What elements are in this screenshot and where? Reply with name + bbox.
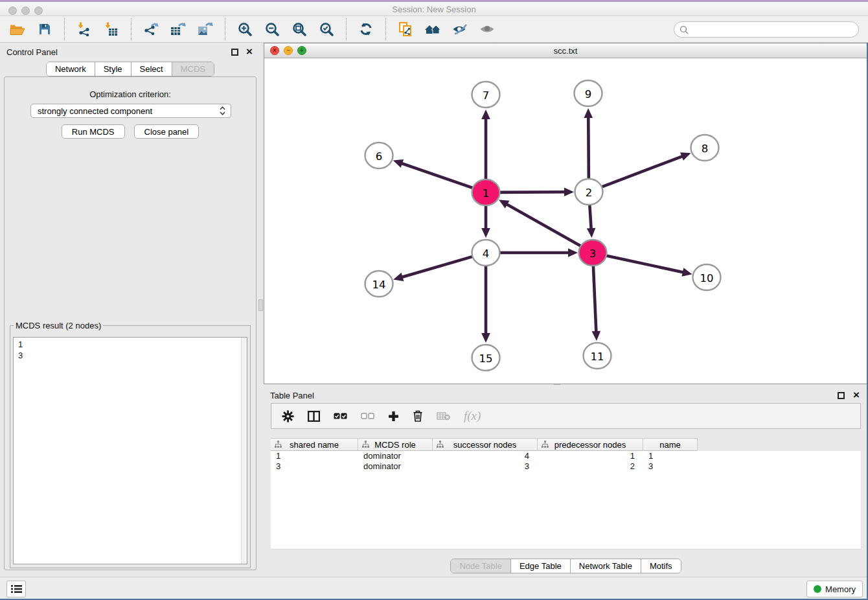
select-all-button[interactable]: [334, 406, 347, 426]
graph-edge-arrowhead: [481, 110, 490, 119]
column-header-predecessor-nodes[interactable]: predecessor nodes: [538, 439, 643, 450]
zoom-fit-icon: [292, 22, 306, 36]
attribute-tree-icon: [542, 441, 549, 448]
save-session-button[interactable]: [33, 17, 56, 41]
result-scrollbar[interactable]: [241, 338, 247, 564]
zoom-fit-button[interactable]: [288, 17, 311, 41]
import-network-button[interactable]: [73, 17, 96, 41]
delete-column-button[interactable]: [413, 406, 423, 426]
criterion-dropdown[interactable]: strongly connected component: [30, 104, 231, 118]
copy-network-icon: [398, 22, 413, 36]
graph-edge-4-14[interactable]: [402, 257, 473, 277]
column-header-MCDS-role[interactable]: MCDS role: [358, 439, 433, 450]
tab-network[interactable]: Network: [47, 62, 95, 76]
graph-node-label: 15: [479, 352, 493, 365]
copy-network-button[interactable]: [394, 17, 417, 41]
table-panel-title: Table Panel: [270, 391, 314, 400]
column-header-label: predecessor nodes: [554, 440, 626, 450]
toolbar-separator: [385, 18, 386, 40]
table-toolbar: f(x): [271, 403, 861, 429]
export-image-icon: [198, 22, 213, 36]
close-panel-icon[interactable]: ×: [853, 389, 860, 402]
mcds-result-line: 3: [18, 350, 247, 361]
graph-edge-3-10[interactable]: [606, 255, 684, 272]
mcds-result-area[interactable]: 13: [13, 337, 247, 564]
graph-edge-3-11[interactable]: [593, 266, 596, 332]
home-button[interactable]: [421, 17, 444, 41]
column-header-successor-nodes[interactable]: successor nodes: [433, 439, 538, 450]
show-graphics-details-button[interactable]: [475, 17, 499, 41]
status-bar: Memory: [0, 577, 868, 600]
column-header-name[interactable]: name: [643, 439, 698, 450]
graph-edge-3-1[interactable]: [506, 204, 580, 246]
graph-edge-arrowhead: [584, 108, 593, 118]
vertical-splitter-handle[interactable]: [258, 299, 263, 311]
close-panel-icon[interactable]: ×: [246, 45, 253, 58]
graph-node-label: 9: [585, 88, 592, 100]
table-panel: Table Panel ×: [264, 386, 868, 577]
refresh-icon: [359, 22, 373, 36]
function-builder-button[interactable]: f(x): [464, 406, 481, 426]
tab-style[interactable]: Style: [95, 62, 131, 76]
graph-node-label: 4: [483, 248, 490, 260]
memory-label: Memory: [825, 584, 856, 594]
zoom-out-button[interactable]: [260, 17, 284, 41]
show-column-button[interactable]: [308, 406, 320, 426]
graph-edge-arrowhead: [681, 268, 692, 276]
column-header-shared-name[interactable]: shared name: [271, 439, 358, 450]
refresh-button[interactable]: [354, 17, 378, 41]
graph-node-label: 2: [586, 187, 593, 199]
control-panel-title: Control Panel: [6, 47, 58, 57]
toolbar-separator: [225, 18, 225, 40]
float-panel-icon[interactable]: [231, 49, 238, 56]
table-settings-button[interactable]: [282, 406, 294, 426]
task-history-button[interactable]: [6, 581, 26, 597]
delete-table-icon: [437, 411, 450, 421]
create-column-button[interactable]: [388, 406, 399, 426]
memory-button[interactable]: Memory: [806, 581, 863, 597]
titlebar: Session: New Session: [0, 0, 868, 16]
open-session-button[interactable]: [6, 17, 29, 41]
graph-edge-arrowhead: [592, 331, 601, 341]
graph-edge-1-2[interactable]: [499, 192, 565, 192]
search-input[interactable]: [692, 23, 858, 36]
zoom-in-button[interactable]: [233, 17, 257, 41]
table-tab-network-table[interactable]: Network Table: [571, 559, 641, 573]
home-icon: [424, 23, 441, 36]
table-tab-motifs[interactable]: Motifs: [641, 559, 681, 573]
attribute-tree-icon: [275, 441, 282, 448]
table-tab-node-table[interactable]: Node Table: [451, 559, 511, 573]
unselect-all-button[interactable]: [361, 406, 374, 426]
zoom-out-icon: [265, 22, 279, 36]
graph-edge-2-8[interactable]: [602, 156, 683, 187]
export-table-button[interactable]: [166, 17, 190, 41]
import-table-button[interactable]: [100, 17, 123, 41]
graph-edge-2-3[interactable]: [589, 205, 591, 229]
close-panel-button[interactable]: Close panel: [134, 124, 200, 139]
attribute-tree-icon: [362, 441, 369, 448]
tab-mcds[interactable]: MCDS: [172, 62, 214, 76]
cell-shared-name: 3: [271, 461, 358, 472]
run-mcds-button[interactable]: Run MCDS: [62, 124, 125, 139]
export-network-button[interactable]: [139, 17, 163, 41]
cell-predecessor-nodes: 2: [538, 461, 643, 472]
zoom-selected-button[interactable]: [315, 17, 338, 41]
hide-graphics-details-button[interactable]: [448, 17, 472, 41]
tab-select[interactable]: Select: [131, 62, 172, 76]
eye-slash-icon: [452, 23, 468, 36]
export-image-button[interactable]: [194, 17, 217, 41]
float-panel-icon[interactable]: [838, 392, 845, 399]
delete-table-button[interactable]: [437, 406, 450, 426]
network-canvas[interactable]: 7968124314101511: [264, 58, 867, 384]
table-tab-edge-table[interactable]: Edge Table: [511, 559, 571, 573]
main-toolbar: [0, 16, 868, 43]
graph-edge-arrowhead: [680, 152, 691, 161]
table-row[interactable]: 3dominator323: [271, 461, 861, 472]
table-row[interactable]: 1dominator411: [271, 451, 861, 461]
control-panel-header: Control Panel ×: [0, 43, 260, 61]
network-window: × – + scc.txt 7968124314101511: [264, 43, 867, 384]
mcds-result-line: 1: [18, 339, 247, 350]
graph-edge-1-6[interactable]: [401, 163, 473, 188]
graph-edge-2-9[interactable]: [588, 117, 589, 178]
save-disk-icon: [38, 23, 51, 36]
